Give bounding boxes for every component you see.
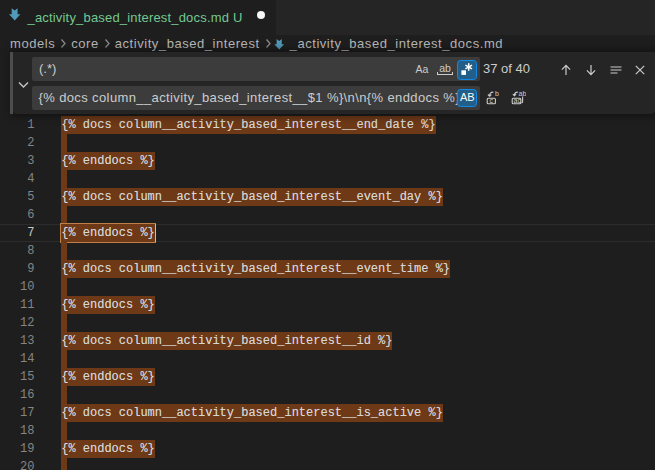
- svg-text:b: b: [495, 90, 499, 97]
- svg-text:c: c: [489, 97, 493, 104]
- svg-text:ac: ac: [513, 97, 521, 104]
